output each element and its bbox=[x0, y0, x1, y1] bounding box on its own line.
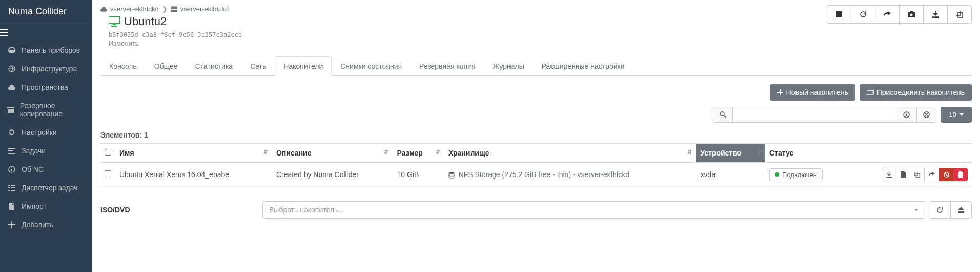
cell-size[interactable]: 10 GiB bbox=[393, 163, 444, 187]
server-icon bbox=[171, 6, 177, 12]
svg-rect-15 bbox=[171, 6, 177, 9]
chevron-right-icon: ❯ bbox=[162, 5, 168, 13]
tab-snapshots[interactable]: Снимки состояния bbox=[332, 56, 411, 76]
archive-icon bbox=[7, 106, 15, 113]
sidebar-toggle[interactable] bbox=[0, 24, 92, 41]
svg-point-31 bbox=[906, 113, 907, 114]
sort-icon: ⇵ bbox=[263, 149, 268, 156]
copy-icon bbox=[956, 11, 963, 18]
iso-refresh-button[interactable] bbox=[929, 201, 951, 219]
sort-icon: ⇵ bbox=[384, 149, 389, 156]
tab-stats[interactable]: Статистика bbox=[187, 56, 242, 76]
desktop-icon bbox=[109, 16, 120, 27]
sidebar-item-infrastructure[interactable]: Инфраструктура bbox=[0, 60, 92, 78]
file-icon bbox=[901, 171, 906, 178]
sidebar-item-tasks[interactable]: Задачи bbox=[0, 142, 92, 160]
clear-button[interactable] bbox=[916, 107, 936, 122]
table-row: Ubuntu Xenial Xerus 16.04_ebabe Created … bbox=[100, 163, 972, 187]
col-storage[interactable]: Хранилище⇵ bbox=[444, 144, 697, 163]
tab-network[interactable]: Сеть bbox=[241, 56, 275, 76]
forbid-disk-button[interactable] bbox=[939, 168, 954, 181]
sidebar-item-import[interactable]: Импорт bbox=[0, 197, 92, 216]
export-button[interactable] bbox=[923, 5, 948, 24]
tab-storage[interactable]: Накопители bbox=[275, 56, 332, 76]
migrate-button[interactable] bbox=[875, 5, 900, 24]
sidebar-item-spaces[interactable]: Пространства bbox=[0, 78, 92, 96]
refresh-icon bbox=[936, 207, 943, 213]
cell-name[interactable]: Ubuntu Xenial Xerus 16.04_ebabe bbox=[115, 163, 272, 187]
tabs: Консоль Общее Статистика Сеть Накопители… bbox=[100, 56, 972, 76]
tab-console[interactable]: Консоль bbox=[100, 56, 146, 76]
vm-name[interactable]: Ubuntu2 bbox=[124, 15, 167, 28]
info-button[interactable] bbox=[897, 107, 916, 122]
sidebar-item-label: Пространства bbox=[22, 83, 68, 91]
copy-icon bbox=[914, 172, 920, 178]
iso-section: ISO/DVD Выбрать накопитель... bbox=[100, 201, 972, 219]
col-device[interactable]: Устройство↓ bbox=[696, 144, 765, 163]
status-dot-icon bbox=[775, 172, 779, 177]
col-size[interactable]: Размер⇵ bbox=[393, 144, 444, 163]
delete-disk-button[interactable] bbox=[953, 168, 968, 181]
status-badge[interactable]: Подключен bbox=[769, 168, 823, 181]
stop-icon bbox=[836, 11, 842, 17]
search-input[interactable] bbox=[733, 107, 897, 122]
pagesize-select[interactable]: 10 bbox=[941, 107, 972, 123]
search-button[interactable] bbox=[713, 107, 733, 122]
svg-rect-11 bbox=[8, 187, 10, 188]
caret-down-icon bbox=[914, 209, 918, 211]
elements-count: Элементов: 1 bbox=[100, 131, 972, 139]
refresh-button[interactable] bbox=[851, 5, 875, 24]
download-icon bbox=[886, 172, 892, 178]
iso-select[interactable]: Выбрать накопитель... bbox=[262, 201, 925, 219]
globe-icon bbox=[7, 65, 16, 72]
import-icon bbox=[7, 203, 16, 210]
sidebar-item-add[interactable]: Добавить bbox=[0, 216, 92, 234]
caret-down-icon bbox=[959, 113, 964, 116]
svg-point-8 bbox=[11, 167, 12, 168]
col-desc[interactable]: Описание⇵ bbox=[272, 144, 393, 163]
breadcrumb-vm[interactable]: vserver-eklhfckd bbox=[180, 5, 229, 13]
gear-icon bbox=[7, 129, 16, 136]
eject-icon bbox=[958, 207, 964, 213]
storage-link[interactable]: NFS Storage (275.2 GiB free - thin) - vs… bbox=[459, 170, 630, 179]
cell-device[interactable]: xvda bbox=[696, 163, 765, 187]
dashboard-icon bbox=[7, 47, 16, 54]
stop-button[interactable] bbox=[827, 5, 851, 24]
iso-eject-button[interactable] bbox=[950, 201, 972, 219]
vm-actions bbox=[827, 5, 972, 24]
sidebar-item-settings[interactable]: Настройки bbox=[0, 123, 92, 142]
disks-table: Имя⇵ Описание⇵ Размер⇵ Хранилище⇵ Устрой… bbox=[100, 143, 972, 187]
svg-rect-2 bbox=[8, 109, 14, 113]
col-name[interactable]: Имя⇵ bbox=[115, 144, 272, 163]
iso-placeholder: Выбрать накопитель... bbox=[269, 206, 344, 214]
svg-point-22 bbox=[910, 14, 913, 16]
edit-link[interactable]: Изменить bbox=[109, 40, 242, 47]
select-all-checkbox[interactable] bbox=[105, 149, 111, 156]
cloud-icon bbox=[100, 7, 107, 12]
sidebar-item-about[interactable]: Об NC bbox=[0, 160, 92, 179]
copy-button[interactable] bbox=[947, 5, 972, 24]
sidebar-item-dashboard[interactable]: Панель приборов bbox=[0, 41, 92, 60]
attach-disk-button[interactable]: Присоединить накопитель bbox=[860, 84, 972, 101]
new-disk-button[interactable]: Новый накопитель bbox=[770, 84, 855, 101]
breadcrumb-host[interactable]: vserver-eklhfckd bbox=[110, 5, 159, 13]
tab-advanced[interactable]: Расширенные настройки bbox=[533, 56, 634, 76]
tab-backup[interactable]: Резервная копия bbox=[411, 56, 484, 76]
download-disk-button[interactable] bbox=[882, 168, 896, 181]
brand-title[interactable]: Numa Collider bbox=[0, 0, 92, 24]
migrate-disk-button[interactable] bbox=[924, 168, 940, 181]
tab-logs[interactable]: Журналы bbox=[484, 56, 533, 76]
svg-rect-7 bbox=[11, 169, 12, 171]
list-icon bbox=[7, 184, 16, 191]
sidebar-item-taskmanager[interactable]: Диспетчер задач bbox=[0, 179, 92, 197]
sidebar-item-backup[interactable]: Резервное копирование bbox=[0, 96, 92, 123]
copy-disk-button[interactable] bbox=[910, 168, 925, 181]
cell-status: Подключен bbox=[765, 163, 847, 187]
cell-desc[interactable]: Created by Numa Collider bbox=[272, 163, 393, 187]
file-disk-button[interactable] bbox=[896, 168, 910, 181]
svg-point-28 bbox=[720, 112, 724, 116]
tab-general[interactable]: Общее bbox=[146, 56, 187, 76]
svg-rect-37 bbox=[958, 172, 963, 173]
row-checkbox[interactable] bbox=[105, 170, 111, 177]
snapshot-button[interactable] bbox=[899, 5, 924, 24]
